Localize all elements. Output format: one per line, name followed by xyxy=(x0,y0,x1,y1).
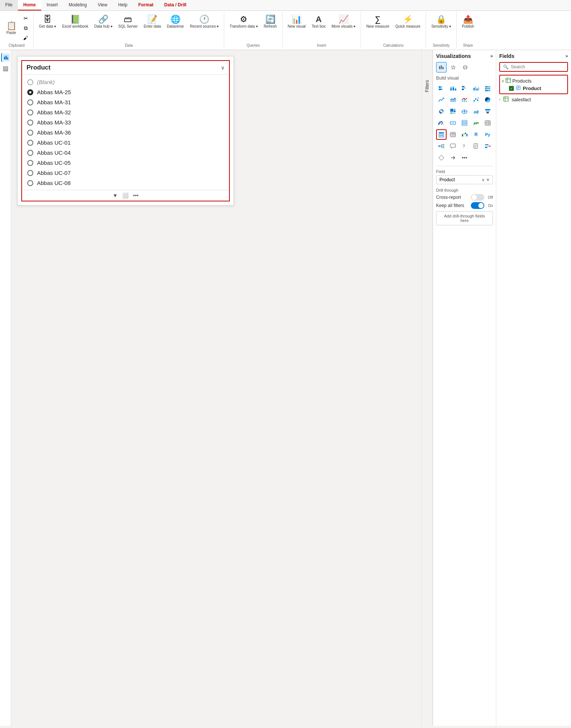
svg-point-10 xyxy=(463,65,467,69)
refresh-button[interactable]: 🔄 Refresh xyxy=(262,14,279,30)
sidebar-item-report[interactable] xyxy=(1,53,10,62)
fields-search-box[interactable]: 🔍 xyxy=(499,62,568,72)
viz-filled-map[interactable] xyxy=(471,106,481,117)
viz-more[interactable]: ••• xyxy=(459,152,470,163)
tab-help[interactable]: Help xyxy=(113,0,133,10)
slicer-filter-icon[interactable]: ▼ xyxy=(112,192,118,198)
enter-data-button[interactable]: 📝 Enter data xyxy=(141,14,163,30)
list-item[interactable]: Abbas MA-36 xyxy=(22,127,229,138)
list-item[interactable]: Abbas MA-33 xyxy=(22,117,229,127)
viz-expand-icon[interactable]: » xyxy=(490,53,493,59)
viz-kpi[interactable]: KPI xyxy=(471,118,481,128)
product-checkbox[interactable]: ✓ xyxy=(509,86,514,91)
viz-pie[interactable] xyxy=(482,95,493,105)
slicer-chevron-icon[interactable]: ∨ xyxy=(221,65,225,71)
transform-data-button[interactable]: ⚙ Transform data ▾ xyxy=(227,14,260,30)
recent-sources-button[interactable]: 🕐 Recent sources ▾ xyxy=(188,14,221,30)
text-box-button[interactable]: A Text box xyxy=(309,14,328,30)
tab-view[interactable]: View xyxy=(92,0,113,10)
viz-map[interactable] xyxy=(459,106,470,117)
sidebar-item-data[interactable] xyxy=(1,64,10,73)
viz-gauge[interactable] xyxy=(436,118,447,128)
more-visuals-button[interactable]: 📈 More visuals ▾ xyxy=(329,14,358,30)
tab-home[interactable]: Home xyxy=(18,0,41,10)
viz-table[interactable] xyxy=(482,118,493,128)
add-drill-through-field[interactable]: Add drill-through fields here xyxy=(436,211,493,225)
viz-qa[interactable]: ? xyxy=(459,141,470,151)
fields-item-product[interactable]: ✓ Product xyxy=(509,85,566,92)
viz-speech-bubble[interactable] xyxy=(448,141,458,151)
excel-workbook-button[interactable]: 📗 Excel workbook xyxy=(60,14,90,30)
viz-bar-race[interactable] xyxy=(482,141,493,151)
viz-cluster-col[interactable] xyxy=(471,83,481,93)
field-dropdown[interactable]: Product ∨ ✕ xyxy=(436,175,493,184)
slicer-more-icon[interactable]: ••• xyxy=(133,192,139,198)
filters-label[interactable]: Filters xyxy=(425,80,430,92)
viz-card[interactable] xyxy=(448,118,458,128)
field-chevron-icon[interactable]: ∨ xyxy=(482,178,485,182)
paste-button[interactable]: 📋 Paste xyxy=(3,20,19,36)
fields-search-input[interactable] xyxy=(511,64,567,70)
quick-measure-button[interactable]: ⚡ Quick measure xyxy=(393,14,423,30)
list-item[interactable]: Abbas UC-04 xyxy=(22,148,229,158)
viz-tab-format[interactable] xyxy=(448,62,459,73)
viz-area[interactable] xyxy=(448,95,458,105)
new-visual-button[interactable]: 📊 New visual xyxy=(286,14,308,30)
list-item[interactable]: Abbas UC-01 xyxy=(22,138,229,148)
keep-filters-toggle[interactable] xyxy=(471,202,484,209)
salesfact-group-header[interactable]: › salesfact xyxy=(499,96,568,104)
viz-slicer[interactable] xyxy=(436,129,447,140)
list-item[interactable]: Abbas UC-08 xyxy=(22,178,229,188)
tab-data-drill[interactable]: Data / Drill xyxy=(159,0,192,10)
excel-icon: 📗 xyxy=(70,15,80,24)
more-visuals-label: More visuals ▾ xyxy=(331,24,355,28)
viz-scatter[interactable] xyxy=(471,95,481,105)
viz-line[interactable] xyxy=(436,95,447,105)
sensitivity-button[interactable]: 🔒 Sensitivity ▾ xyxy=(429,14,453,30)
viz-multirow-card[interactable] xyxy=(459,118,470,128)
tab-modeling[interactable]: Modeling xyxy=(64,0,93,10)
viz-stacked-col[interactable] xyxy=(448,83,458,93)
publish-button[interactable]: 📤 Publish xyxy=(460,14,476,30)
viz-100bar[interactable] xyxy=(482,83,493,93)
viz-tab-analytics[interactable] xyxy=(460,62,470,73)
list-item[interactable]: Abbas MA-25 xyxy=(22,87,229,97)
data-hub-button[interactable]: 🔗 Data hub ▾ xyxy=(92,14,114,30)
slicer-item-label: Abbas MA-33 xyxy=(37,119,71,126)
fields-group-products-header[interactable]: ∨ Products xyxy=(501,77,566,85)
sql-server-button[interactable]: 🗃 SQL Server xyxy=(116,14,140,30)
list-item[interactable]: (Blank) xyxy=(22,77,229,87)
get-data-button[interactable]: 🗄 Get data ▾ xyxy=(37,14,58,30)
viz-paginated[interactable] xyxy=(471,141,481,151)
viz-arrow-circle[interactable] xyxy=(448,152,458,163)
viz-waterfall[interactable] xyxy=(459,129,470,140)
viz-line-cluster[interactable] xyxy=(459,95,470,105)
tab-insert[interactable]: Insert xyxy=(41,0,64,10)
tab-file[interactable]: File xyxy=(0,0,18,10)
viz-r-visual[interactable]: R xyxy=(471,129,481,140)
format-painter-button[interactable]: 🖌 xyxy=(21,34,30,42)
new-measure-button[interactable]: ∑ New measure xyxy=(364,14,392,30)
viz-decomp-tree[interactable] xyxy=(436,141,447,151)
viz-py-visual[interactable]: Py xyxy=(482,129,493,140)
viz-tab-build[interactable] xyxy=(436,62,447,73)
fields-expand-icon[interactable]: » xyxy=(565,53,568,59)
field-clear-icon[interactable]: ✕ xyxy=(486,178,490,182)
cross-report-toggle[interactable] xyxy=(471,194,484,201)
viz-cluster-bar[interactable] xyxy=(459,83,470,93)
viz-treemap[interactable] xyxy=(448,106,458,117)
viz-donut[interactable] xyxy=(436,106,447,117)
tab-format[interactable]: Format xyxy=(133,0,159,10)
viz-matrix[interactable] xyxy=(448,129,458,140)
viz-diamond[interactable] xyxy=(436,152,447,163)
list-item[interactable]: Abbas UC-07 xyxy=(22,168,229,178)
list-item[interactable]: Abbas UC-05 xyxy=(22,158,229,168)
slicer-expand-icon[interactable]: ⬜ xyxy=(122,192,129,198)
copy-button[interactable]: ⧉ xyxy=(21,24,30,33)
dataverse-button[interactable]: 🌐 Dataverse xyxy=(165,14,186,30)
viz-funnel[interactable] xyxy=(482,106,493,117)
viz-stacked-bar[interactable] xyxy=(436,83,447,93)
list-item[interactable]: Abbas MA-31 xyxy=(22,97,229,107)
cut-button[interactable]: ✂ xyxy=(21,14,30,23)
list-item[interactable]: Abbas MA-32 xyxy=(22,107,229,117)
